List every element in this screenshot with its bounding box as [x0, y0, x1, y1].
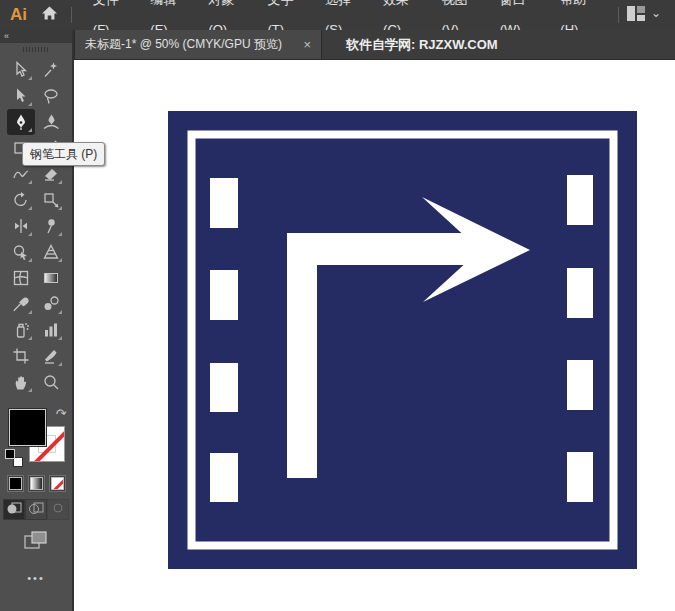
- menu-bar: Ai 文件(F) 编辑(E) 对象(O) 文字(T) 选择(S) 效果(C) 视…: [0, 0, 675, 30]
- document-tab[interactable]: 未标题-1* @ 50% (CMYK/GPU 预览) ×: [74, 30, 322, 59]
- tools-panel: «: [0, 30, 74, 611]
- tool-mesh[interactable]: [7, 265, 35, 291]
- magic-wand-icon: [42, 61, 60, 79]
- tool-curvature[interactable]: [37, 109, 65, 135]
- collapse-panel-icon[interactable]: «: [4, 31, 9, 41]
- app-logo: Ai: [10, 5, 27, 25]
- mini-fill: [5, 449, 15, 459]
- tool-graph[interactable]: [37, 317, 65, 343]
- document-tab-bar: 未标题-1* @ 50% (CMYK/GPU 预览) × 软件自学网: RJZX…: [74, 30, 675, 60]
- illustrator-window: Ai 文件(F) 编辑(E) 对象(O) 文字(T) 选择(S) 效果(C) 视…: [0, 0, 675, 611]
- color-button[interactable]: [7, 475, 24, 492]
- workspace-layout-icon: [627, 6, 645, 25]
- bar-chart-icon: [42, 321, 60, 339]
- tool-scale[interactable]: [37, 187, 65, 213]
- document-tab-title: 未标题-1* @ 50% (CMYK/GPU 预览): [85, 36, 297, 53]
- none-swatch-icon: [51, 477, 64, 490]
- slice-knife-icon: [42, 347, 60, 365]
- tool-gradient[interactable]: [37, 265, 65, 291]
- lasso-icon: [42, 87, 60, 105]
- shaper-squiggle-icon: [12, 165, 30, 183]
- tool-hand[interactable]: [7, 369, 35, 395]
- curvature-pen-icon: [42, 113, 60, 131]
- tool-width[interactable]: [7, 213, 35, 239]
- magnifier-icon: [42, 373, 60, 391]
- tool-magic-wand[interactable]: [37, 57, 65, 83]
- none-button[interactable]: [49, 475, 66, 492]
- tool-shape-builder[interactable]: [7, 239, 35, 265]
- tool-pen[interactable]: [7, 109, 35, 135]
- draw-inside-icon: [50, 501, 66, 519]
- workspace-switcher[interactable]: ⌄: [606, 6, 675, 25]
- tool-eyedropper[interactable]: [7, 291, 35, 317]
- tool-tooltip: 钢笔工具 (P): [22, 142, 105, 166]
- mesh-icon: [12, 269, 30, 287]
- width-tool-icon: [12, 217, 30, 235]
- draw-normal-icon: [6, 501, 22, 519]
- tool-blend[interactable]: [37, 291, 65, 317]
- default-fill-stroke-icon[interactable]: [5, 449, 23, 467]
- gradient-icon: [42, 269, 60, 287]
- swap-fill-stroke-icon[interactable]: ↷: [55, 405, 69, 422]
- menubar-divider: [71, 7, 72, 23]
- tool-slice[interactable]: [37, 343, 65, 369]
- tab-close-icon[interactable]: ×: [303, 37, 311, 52]
- home-button[interactable]: [40, 4, 59, 26]
- color-type-buttons: [0, 475, 72, 492]
- site-watermark-text: 软件自学网: RJZXW.COM: [346, 36, 498, 54]
- document-canvas[interactable]: [74, 60, 675, 611]
- edit-toolbar-more-icon[interactable]: •••: [0, 572, 72, 584]
- tools-panel-header: «: [0, 30, 72, 43]
- puppet-pin-icon: [42, 217, 60, 235]
- chevron-down-icon: ⌄: [651, 6, 661, 20]
- artboard-icon: [12, 347, 30, 365]
- hand-icon: [12, 373, 30, 391]
- blend-icon: [42, 295, 60, 313]
- tool-lasso[interactable]: [37, 83, 65, 109]
- home-icon: [40, 4, 59, 26]
- fill-stroke-widget: ↷: [5, 409, 69, 467]
- change-screen-mode-button[interactable]: [0, 530, 72, 556]
- eyedropper-icon: [12, 295, 30, 313]
- symbol-sprayer-icon: [12, 321, 30, 339]
- scale-icon: [42, 191, 60, 209]
- direct-selection-arrow-icon: [12, 87, 30, 105]
- menubar-divider: [618, 7, 619, 23]
- tool-perspective-grid[interactable]: [37, 239, 65, 265]
- eraser-icon: [42, 165, 60, 183]
- tool-selection[interactable]: [7, 57, 35, 83]
- pen-nib-icon: [12, 113, 30, 131]
- fill-swatch[interactable]: [9, 409, 46, 446]
- draw-behind-button[interactable]: [25, 499, 47, 520]
- screen-mode-icon: [23, 530, 49, 556]
- gradient-button[interactable]: [28, 475, 45, 492]
- draw-normal-button[interactable]: [3, 499, 25, 520]
- tool-rotate[interactable]: [7, 187, 35, 213]
- rotate-icon: [12, 191, 30, 209]
- tool-direct-selection[interactable]: [7, 83, 35, 109]
- tool-puppet-pin[interactable]: [37, 213, 65, 239]
- traffic-sign-artwork[interactable]: [168, 111, 637, 569]
- draw-inside-button[interactable]: [47, 499, 69, 520]
- tool-artboard[interactable]: [7, 343, 35, 369]
- panel-grip-handle[interactable]: [23, 47, 49, 52]
- draw-behind-icon: [28, 501, 44, 519]
- sign-background: [168, 111, 637, 569]
- solid-color-icon: [9, 477, 22, 490]
- perspective-grid-icon: [42, 243, 60, 261]
- tool-symbol-sprayer[interactable]: [7, 317, 35, 343]
- selection-arrow-icon: [12, 61, 30, 79]
- tool-grid: [0, 57, 72, 395]
- tool-zoom[interactable]: [37, 369, 65, 395]
- shape-builder-icon: [12, 243, 30, 261]
- gradient-swatch-icon: [30, 477, 43, 490]
- drawing-mode-buttons: [0, 499, 72, 520]
